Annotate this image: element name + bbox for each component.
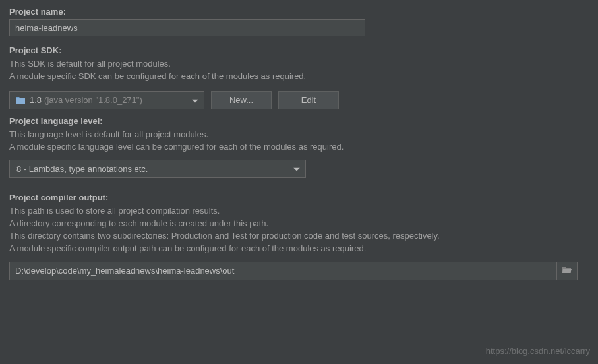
sdk-dropdown[interactable]: 1.8 (java version "1.8.0_271") xyxy=(9,91,204,109)
browse-button[interactable] xyxy=(556,262,578,280)
output-desc-3: This directory contains two subdirectori… xyxy=(9,230,589,243)
chevron-down-icon xyxy=(192,95,198,105)
edit-sdk-button[interactable]: Edit xyxy=(278,91,339,109)
language-level-label: Project language level: xyxy=(9,116,589,126)
language-level-dropdown[interactable]: 8 - Lambdas, type annotations etc. xyxy=(9,160,306,178)
lang-desc-1: This language level is default for all p… xyxy=(9,129,589,141)
output-desc-1: This path is used to store all project c… xyxy=(9,205,589,218)
sdk-desc-2: A module specific SDK can be configured … xyxy=(9,71,589,83)
output-desc-2: A directory corresponding to each module… xyxy=(9,218,589,230)
project-sdk-label: Project SDK: xyxy=(9,46,589,55)
project-name-label: Project name: xyxy=(9,7,589,16)
watermark-text: https://blog.csdn.net/lccarry xyxy=(486,346,590,356)
project-name-input[interactable] xyxy=(9,19,365,36)
output-desc-4: A module specific compiler output path c… xyxy=(9,243,589,255)
sdk-desc-1: This SDK is default for all project modu… xyxy=(9,58,589,71)
compiler-output-label: Project compiler output: xyxy=(9,193,589,202)
folder-icon xyxy=(15,95,26,106)
lang-desc-2: A module specific language level can be … xyxy=(9,141,589,154)
sdk-selected-version: (java version "1.8.0_271") xyxy=(44,95,142,105)
sdk-selected-name: 1.8 xyxy=(30,95,42,105)
chevron-down-icon xyxy=(293,164,300,174)
compiler-output-input[interactable] xyxy=(9,262,556,280)
folder-open-icon xyxy=(562,264,572,277)
language-level-selected: 8 - Lambdas, type annotations etc. xyxy=(16,164,148,174)
new-sdk-button[interactable]: New... xyxy=(211,91,272,109)
